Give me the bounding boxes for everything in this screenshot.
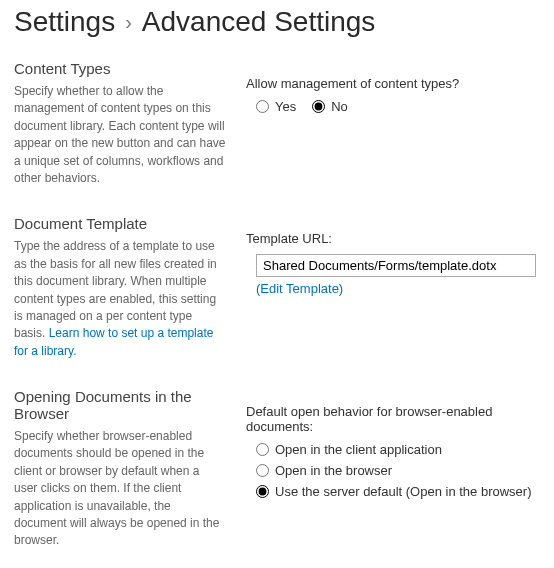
label-allow-content-types: Allow management of content types? — [246, 76, 540, 91]
radio-label-no: No — [331, 99, 348, 114]
section-desc-open-behavior: Specify whether browser-enabled document… — [14, 428, 226, 550]
page-title: Advanced Settings — [142, 6, 376, 38]
edit-template-link[interactable]: (Edit Template) — [256, 281, 540, 296]
section-title-open-behavior: Opening Documents in the Browser — [14, 388, 226, 422]
section-title-doc-template: Document Template — [14, 215, 226, 232]
radio-open-client[interactable]: Open in the client application — [256, 442, 540, 457]
radio-content-types-no[interactable]: No — [312, 99, 348, 114]
label-template-url: Template URL: — [246, 231, 540, 246]
radio-input-yes[interactable] — [256, 100, 269, 113]
radio-label-yes: Yes — [275, 99, 296, 114]
radio-label-client: Open in the client application — [275, 442, 442, 457]
radio-input-no[interactable] — [312, 100, 325, 113]
template-url-input[interactable] — [256, 254, 536, 277]
radio-open-server-default[interactable]: Use the server default (Open in the brow… — [256, 484, 540, 499]
radio-input-browser[interactable] — [256, 464, 269, 477]
breadcrumb: Settings › Advanced Settings — [14, 6, 540, 38]
radio-label-browser: Open in the browser — [275, 463, 392, 478]
radio-label-server: Use the server default (Open in the brow… — [275, 484, 532, 499]
radio-input-server[interactable] — [256, 485, 269, 498]
section-open-behavior: Opening Documents in the Browser Specify… — [14, 388, 540, 550]
chevron-right-icon: › — [125, 11, 132, 34]
section-desc-doc-template: Type the address of a template to use as… — [14, 238, 226, 360]
radio-open-browser[interactable]: Open in the browser — [256, 463, 540, 478]
section-content-types: Content Types Specify whether to allow t… — [14, 60, 540, 187]
radio-input-client[interactable] — [256, 443, 269, 456]
section-title-content-types: Content Types — [14, 60, 226, 77]
section-document-template: Document Template Type the address of a … — [14, 215, 540, 360]
label-open-behavior: Default open behavior for browser-enable… — [246, 404, 540, 434]
section-desc-content-types: Specify whether to allow the management … — [14, 83, 226, 187]
breadcrumb-root[interactable]: Settings — [14, 6, 115, 38]
radio-content-types-yes[interactable]: Yes — [256, 99, 296, 114]
